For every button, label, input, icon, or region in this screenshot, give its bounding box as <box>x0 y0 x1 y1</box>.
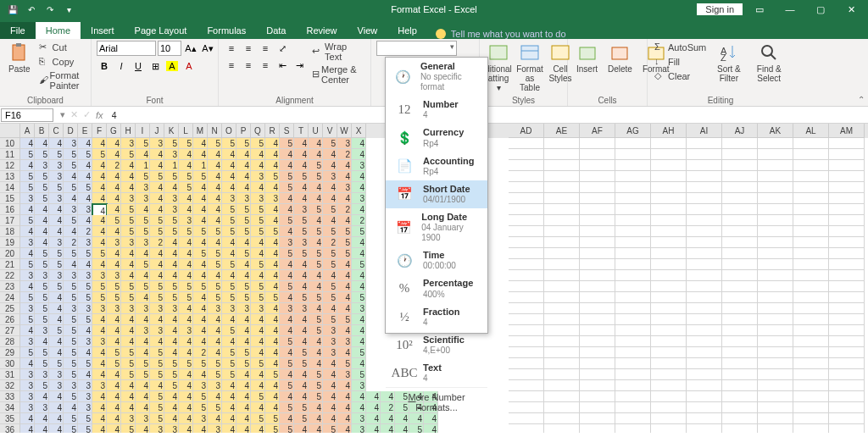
cell[interactable] <box>722 424 758 433</box>
cell[interactable]: 5 <box>78 149 92 160</box>
cell[interactable]: 5 <box>337 226 352 237</box>
cell[interactable]: 5 <box>64 325 78 336</box>
cell[interactable] <box>615 215 651 226</box>
cell[interactable]: 3 <box>121 138 136 149</box>
cell[interactable]: 4 <box>294 325 309 336</box>
cell[interactable]: 4 <box>251 424 265 433</box>
cell[interactable] <box>687 259 722 270</box>
cell[interactable]: 4 <box>337 402 352 413</box>
cell[interactable] <box>758 402 793 413</box>
cell[interactable]: 3 <box>64 138 78 149</box>
cell[interactable]: 4 <box>323 402 337 413</box>
copy-button[interactable]: ⎘Copy <box>37 55 86 69</box>
cell[interactable]: 5 <box>294 226 309 237</box>
cell[interactable]: 5 <box>78 248 92 259</box>
cell[interactable]: 5 <box>337 237 352 248</box>
cell[interactable]: 4 <box>337 413 352 424</box>
format-as-table-button[interactable]: Format as Table <box>515 41 544 94</box>
cell[interactable]: 4 <box>337 171 352 182</box>
cell[interactable]: 4 <box>280 226 294 237</box>
cell[interactable]: 4 <box>294 193 309 204</box>
row-header[interactable]: 28 <box>0 336 20 347</box>
cell[interactable]: 4 <box>179 270 193 281</box>
col-header[interactable]: F <box>92 124 107 138</box>
cell[interactable]: 4 <box>208 314 222 325</box>
cell[interactable]: 5 <box>222 215 236 226</box>
cell[interactable]: 5 <box>193 281 208 292</box>
cell[interactable] <box>615 391 651 402</box>
col-header[interactable]: O <box>222 124 236 138</box>
cell[interactable]: 4 <box>193 369 208 380</box>
cell[interactable]: 3 <box>92 380 107 391</box>
cell[interactable]: 4 <box>251 380 265 391</box>
cell[interactable]: 4 <box>294 314 309 325</box>
cell[interactable] <box>722 182 758 193</box>
cell[interactable] <box>793 138 829 149</box>
cell[interactable]: 4 <box>150 149 164 160</box>
cell[interactable]: 4 <box>265 248 280 259</box>
cell[interactable]: 4 <box>107 248 121 259</box>
tab-formulas[interactable]: Formulas <box>197 22 256 39</box>
cell[interactable]: 3 <box>222 193 236 204</box>
cell[interactable]: 4 <box>193 270 208 281</box>
cell[interactable]: 4 <box>222 248 236 259</box>
cell[interactable]: 5 <box>309 391 323 402</box>
cell[interactable] <box>722 336 758 347</box>
cell[interactable]: 4 <box>222 149 236 160</box>
cell[interactable]: 4 <box>179 413 193 424</box>
cell[interactable]: 3 <box>265 193 280 204</box>
cell[interactable]: 5 <box>107 281 121 292</box>
row-header[interactable]: 12 <box>0 160 20 171</box>
cell[interactable]: 3 <box>20 303 35 314</box>
cell[interactable]: 5 <box>64 149 78 160</box>
col-header[interactable]: S <box>280 124 294 138</box>
cell[interactable] <box>544 204 580 215</box>
col-header[interactable]: Q <box>251 124 265 138</box>
cell[interactable]: 5 <box>251 259 265 270</box>
cell[interactable] <box>758 369 793 380</box>
cell[interactable]: 4 <box>309 358 323 369</box>
cell[interactable]: 4 <box>164 336 179 347</box>
cell[interactable]: 4 <box>193 182 208 193</box>
cell[interactable]: 5 <box>136 171 150 182</box>
cell[interactable]: 5 <box>179 138 193 149</box>
cell[interactable] <box>580 193 615 204</box>
cell[interactable]: 3 <box>20 237 35 248</box>
cell[interactable] <box>615 402 651 413</box>
cell[interactable]: 3 <box>49 270 64 281</box>
cell[interactable] <box>580 149 615 160</box>
cell[interactable] <box>651 391 687 402</box>
cell[interactable]: 4 <box>337 193 352 204</box>
cell[interactable]: 5 <box>150 347 164 358</box>
cell[interactable]: 4 <box>20 281 35 292</box>
cell[interactable] <box>758 182 793 193</box>
cell[interactable] <box>829 226 865 237</box>
cell[interactable] <box>544 138 580 149</box>
cell[interactable] <box>758 281 793 292</box>
cell[interactable]: 4 <box>164 248 179 259</box>
cell[interactable] <box>829 325 865 336</box>
cell[interactable]: 5 <box>121 204 136 215</box>
cell[interactable] <box>580 292 615 303</box>
number-format-select[interactable] <box>376 41 457 56</box>
cell[interactable]: 5 <box>309 226 323 237</box>
cell[interactable] <box>615 160 651 171</box>
cell[interactable] <box>509 380 544 391</box>
cell[interactable]: 5 <box>179 281 193 292</box>
cell[interactable]: 5 <box>309 380 323 391</box>
cell[interactable]: 5 <box>251 281 265 292</box>
cell[interactable]: 3 <box>49 160 64 171</box>
cell[interactable]: 3 <box>78 402 92 413</box>
cell[interactable]: 4 <box>222 413 236 424</box>
clear-button[interactable]: ◇Clear <box>653 69 708 83</box>
cell[interactable]: 4 <box>236 336 251 347</box>
row-header[interactable]: 31 <box>0 369 20 380</box>
cell[interactable]: 4 <box>236 402 251 413</box>
cell[interactable]: 5 <box>309 204 323 215</box>
cell[interactable] <box>722 226 758 237</box>
cell[interactable]: 1 <box>193 160 208 171</box>
cell[interactable]: 5 <box>64 215 78 226</box>
cell[interactable] <box>687 138 722 149</box>
cell[interactable] <box>687 237 722 248</box>
cell[interactable] <box>829 347 865 358</box>
